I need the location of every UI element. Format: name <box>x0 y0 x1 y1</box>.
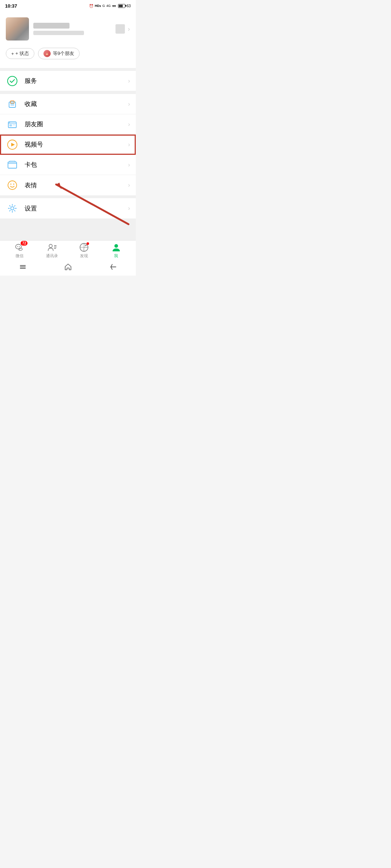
section-divider-1 <box>0 68 136 71</box>
tab-bar: 72 微信 通讯录 <box>0 240 136 260</box>
svg-point-19 <box>49 244 52 248</box>
section-divider-2 <box>0 91 136 94</box>
profile-right: › <box>115 24 130 34</box>
signal-g-icon: G <box>102 4 105 8</box>
profile-info <box>33 23 84 35</box>
wallet-chevron-right-icon: › <box>128 162 130 168</box>
wechat-icon-wrap: 72 <box>14 242 25 252</box>
svg-rect-28 <box>20 268 26 269</box>
svg-point-15 <box>11 207 14 210</box>
discover-icon-wrap <box>79 242 89 252</box>
profile-id-placeholder <box>33 31 84 35</box>
svg-marker-10 <box>11 143 15 146</box>
system-nav-bar <box>0 260 136 276</box>
svg-point-0 <box>8 76 17 86</box>
add-status-button[interactable]: + + 状态 <box>6 48 34 59</box>
wifi-icon: ▾▾ <box>112 4 116 8</box>
profile-left <box>6 17 84 41</box>
battery-level: 63 <box>127 4 131 8</box>
tab-contacts[interactable]: 通讯录 <box>36 242 68 259</box>
plus-icon: + <box>11 51 14 56</box>
menu-item-video[interactable]: 视频号 › <box>0 135 136 155</box>
me-icon-wrap <box>111 242 121 252</box>
video-channel-icon <box>7 139 18 150</box>
me-tab-icon <box>112 243 121 252</box>
tab-wechat-label: 微信 <box>16 253 24 259</box>
alarm-icon: ⏰ <box>89 4 93 8</box>
friends-status-button[interactable]: 🎂 等9个朋友 <box>38 48 80 59</box>
service-icon-wrap <box>6 75 19 88</box>
menu-item-moments[interactable]: 朋友圈 › <box>0 114 136 135</box>
nav-back-button[interactable] <box>109 263 118 271</box>
settings-chevron-right-icon: › <box>128 205 130 212</box>
profile-chevron-right-icon: › <box>128 25 130 33</box>
video-chevron-right-icon: › <box>128 141 130 148</box>
bottom-spacer <box>0 218 136 240</box>
svg-point-13 <box>10 184 12 185</box>
moments-chevron-right-icon: › <box>128 121 130 128</box>
nav-home-button[interactable] <box>64 263 72 271</box>
contacts-icon-wrap <box>47 242 57 252</box>
tab-wechat[interactable]: 72 微信 <box>4 242 36 259</box>
moments-icon <box>7 119 17 129</box>
section-divider-3 <box>0 195 136 198</box>
menu-item-emoji[interactable]: 表情 › <box>0 175 136 195</box>
nav-menu-button[interactable] <box>18 263 27 271</box>
emoji-chevron-right-icon: › <box>128 182 130 188</box>
service-chevron-right-icon: › <box>128 78 130 84</box>
emoji-icon-wrap <box>6 179 19 192</box>
moments-label: 朋友圈 <box>25 120 128 128</box>
svg-point-14 <box>13 184 14 185</box>
svg-point-25 <box>114 244 118 248</box>
menu-item-collection[interactable]: 收藏 › <box>0 94 136 114</box>
friends-label: 等9个朋友 <box>53 50 74 57</box>
tab-discover[interactable]: 发现 <box>68 242 100 259</box>
avatar <box>6 17 29 41</box>
collection-label: 收藏 <box>25 100 128 108</box>
settings-gear-icon <box>7 203 17 213</box>
wallet-label: 卡包 <box>25 161 128 169</box>
video-icon-wrap <box>6 138 19 151</box>
menu-item-settings[interactable]: 设置 › <box>0 198 136 218</box>
settings-icon-wrap <box>6 202 19 215</box>
contacts-tab-icon <box>47 243 56 252</box>
menu-item-service[interactable]: 服务 › <box>0 71 136 91</box>
friends-avatar-icon: 🎂 <box>43 50 51 57</box>
svg-rect-6 <box>9 124 12 126</box>
video-label: 视频号 <box>25 140 128 149</box>
status-bar: 10:37 ⏰ HD₂ G 4G ▾▾ 63 <box>0 0 136 10</box>
svg-point-24 <box>85 245 87 246</box>
svg-rect-11 <box>8 162 17 168</box>
status-time: 10:37 <box>5 3 17 9</box>
svg-point-17 <box>17 246 18 247</box>
menu-item-wallet[interactable]: 卡包 › <box>0 155 136 175</box>
collection-icon <box>7 99 17 109</box>
battery-icon <box>118 4 125 8</box>
collection-icon-wrap <box>6 98 19 111</box>
moments-icon-wrap <box>6 118 19 131</box>
discover-notification-dot <box>87 242 89 245</box>
svg-point-8 <box>9 122 10 123</box>
signal-4g-icon: 4G <box>106 4 111 8</box>
page-wrapper: 10:37 ⏰ HD₂ G 4G ▾▾ 63 › <box>0 0 136 276</box>
service-label: 服务 <box>25 77 128 85</box>
profile-row[interactable]: › <box>6 17 130 41</box>
svg-rect-27 <box>20 267 26 267</box>
profile-name-placeholder <box>33 23 70 29</box>
emoji-label: 表情 <box>25 181 128 190</box>
svg-rect-1 <box>9 102 16 107</box>
qr-placeholder <box>115 24 125 34</box>
svg-point-18 <box>19 246 20 247</box>
menu-section: 服务 › 收藏 › <box>0 71 136 195</box>
tab-contacts-label: 通讯录 <box>46 253 58 259</box>
status-row: + + 状态 🎂 等9个朋友 <box>6 46 130 62</box>
svg-rect-26 <box>20 265 26 266</box>
status-label: + 状态 <box>16 50 29 57</box>
tab-discover-label: 发现 <box>80 253 88 259</box>
settings-label: 设置 <box>25 204 128 213</box>
tab-me[interactable]: 我 <box>100 242 132 259</box>
collection-chevron-right-icon: › <box>128 101 130 107</box>
svg-point-12 <box>8 181 17 190</box>
wechat-badge: 72 <box>21 241 28 246</box>
status-icons: ⏰ HD₂ G 4G ▾▾ 63 <box>89 4 131 8</box>
